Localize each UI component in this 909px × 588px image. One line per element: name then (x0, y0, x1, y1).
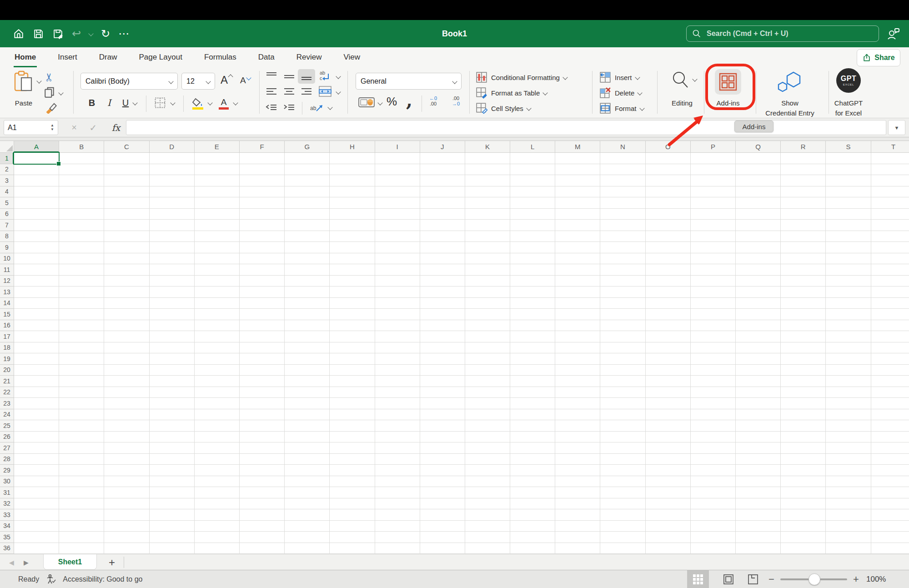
cell-t22[interactable] (871, 387, 909, 398)
cell-f30[interactable] (240, 476, 285, 487)
cell-k25[interactable] (465, 420, 510, 432)
cell-h6[interactable] (330, 209, 375, 220)
editing-label[interactable]: Editing (662, 98, 703, 108)
cell-i7[interactable] (375, 220, 420, 231)
cell-r33[interactable] (781, 509, 826, 521)
page-break-view-button[interactable] (742, 570, 764, 588)
cell-j13[interactable] (420, 286, 465, 298)
cell-q16[interactable] (736, 320, 781, 332)
cell-k4[interactable] (465, 186, 510, 198)
cell-m24[interactable] (555, 409, 600, 421)
cell-b16[interactable] (59, 320, 104, 332)
cell-f12[interactable] (240, 276, 285, 287)
align-left-icon[interactable] (265, 86, 278, 97)
cell-l33[interactable] (510, 509, 555, 521)
cell-k10[interactable] (465, 253, 510, 265)
cell-r32[interactable] (781, 498, 826, 510)
cell-e28[interactable] (195, 454, 240, 465)
cell-j33[interactable] (420, 509, 465, 521)
cell-c27[interactable] (104, 442, 149, 454)
cell-c32[interactable] (104, 498, 149, 510)
cell-c30[interactable] (104, 476, 149, 487)
cell-p3[interactable] (691, 175, 736, 186)
cell-a14[interactable] (14, 298, 59, 309)
row-header-14[interactable]: 14 (0, 298, 14, 309)
cell-g7[interactable] (285, 220, 330, 231)
cell-d27[interactable] (150, 442, 195, 454)
cell-h17[interactable] (330, 331, 375, 342)
cell-j15[interactable] (420, 309, 465, 320)
cell-p18[interactable] (691, 342, 736, 354)
cell-d3[interactable] (150, 175, 195, 186)
cell-a21[interactable] (14, 376, 59, 387)
cell-s25[interactable] (826, 420, 871, 432)
cell-r34[interactable] (781, 521, 826, 532)
cell-r7[interactable] (781, 220, 826, 231)
redo-icon[interactable]: ↻ (101, 28, 110, 39)
cell-j16[interactable] (420, 320, 465, 332)
cell-t35[interactable] (871, 532, 909, 543)
column-header-p[interactable]: P (691, 141, 736, 153)
cell-m25[interactable] (555, 420, 600, 432)
tab-review[interactable]: Review (296, 53, 323, 67)
cell-k17[interactable] (465, 331, 510, 342)
cell-n9[interactable] (600, 242, 645, 253)
cell-b36[interactable] (59, 543, 104, 554)
cell-j28[interactable] (420, 454, 465, 465)
cell-f9[interactable] (240, 242, 285, 253)
cell-c9[interactable] (104, 242, 149, 253)
cell-a3[interactable] (14, 175, 59, 186)
cell-j21[interactable] (420, 376, 465, 387)
cell-a18[interactable] (14, 342, 59, 354)
cell-g28[interactable] (285, 454, 330, 465)
cell-r27[interactable] (781, 442, 826, 454)
tab-data[interactable]: Data (257, 53, 276, 67)
cell-d8[interactable] (150, 231, 195, 242)
cell-h36[interactable] (330, 543, 375, 554)
cell-b19[interactable] (59, 353, 104, 365)
row-header-31[interactable]: 31 (0, 487, 14, 498)
cell-t8[interactable] (871, 231, 909, 242)
cell-p10[interactable] (691, 253, 736, 265)
row-header-1[interactable]: 1 (0, 153, 14, 164)
column-header-t[interactable]: T (871, 141, 909, 153)
cell-t2[interactable] (871, 164, 909, 176)
cell-t13[interactable] (871, 286, 909, 298)
cell-i1[interactable] (375, 153, 420, 164)
cell-e18[interactable] (195, 342, 240, 354)
cell-l3[interactable] (510, 175, 555, 186)
cell-i13[interactable] (375, 286, 420, 298)
cell-q31[interactable] (736, 487, 781, 498)
cell-l19[interactable] (510, 353, 555, 365)
cell-n36[interactable] (600, 543, 645, 554)
cell-e3[interactable] (195, 175, 240, 186)
cell-l27[interactable] (510, 442, 555, 454)
cell-c24[interactable] (104, 409, 149, 421)
cell-p17[interactable] (691, 331, 736, 342)
cell-h26[interactable] (330, 432, 375, 443)
row-header-25[interactable]: 25 (0, 420, 14, 432)
cell-e19[interactable] (195, 353, 240, 365)
cell-t23[interactable] (871, 398, 909, 409)
cell-b14[interactable] (59, 298, 104, 309)
cell-t33[interactable] (871, 509, 909, 521)
cell-q1[interactable] (736, 153, 781, 164)
cell-m33[interactable] (555, 509, 600, 521)
cell-m8[interactable] (555, 231, 600, 242)
cell-s13[interactable] (826, 286, 871, 298)
cell-q34[interactable] (736, 521, 781, 532)
cell-m9[interactable] (555, 242, 600, 253)
cell-r25[interactable] (781, 420, 826, 432)
cell-a32[interactable] (14, 498, 59, 510)
cell-l21[interactable] (510, 376, 555, 387)
active-cell-selection[interactable] (13, 152, 60, 165)
cell-f22[interactable] (240, 387, 285, 398)
cancel-icon[interactable]: × (66, 120, 82, 135)
cell-q6[interactable] (736, 209, 781, 220)
cell-r9[interactable] (781, 242, 826, 253)
cell-t5[interactable] (871, 197, 909, 209)
cell-t31[interactable] (871, 487, 909, 498)
cell-h31[interactable] (330, 487, 375, 498)
cell-f27[interactable] (240, 442, 285, 454)
cell-q7[interactable] (736, 220, 781, 231)
